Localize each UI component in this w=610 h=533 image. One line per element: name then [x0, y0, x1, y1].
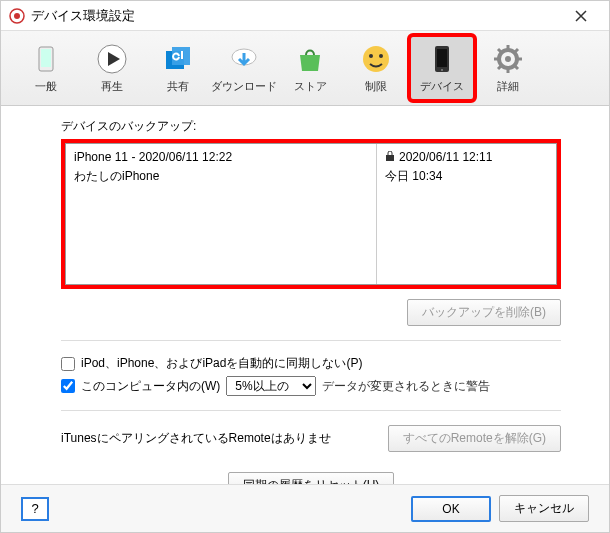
tab-devices[interactable]: デバイス [409, 35, 475, 101]
svg-line-23 [498, 65, 502, 69]
separator [61, 340, 561, 341]
svg-rect-3 [41, 49, 51, 67]
gear-icon [492, 43, 524, 75]
warn-checkbox[interactable] [61, 379, 75, 393]
svg-rect-24 [386, 155, 394, 161]
ok-button[interactable]: OK [411, 496, 491, 522]
tab-sharing[interactable]: 共有 [145, 35, 211, 101]
remote-status-text: iTunesにペアリングされているRemoteはありませ [61, 430, 331, 447]
svg-point-9 [369, 54, 373, 58]
tab-playback[interactable]: 再生 [79, 35, 145, 101]
svg-point-8 [363, 46, 389, 72]
backups-label: デバイスのバックアップ: [61, 118, 561, 135]
close-button[interactable] [561, 2, 601, 30]
warn-suffix: データが変更されるときに警告 [322, 378, 490, 395]
tab-downloads[interactable]: ダウンロード [211, 35, 277, 101]
store-icon [294, 43, 326, 75]
svg-line-22 [514, 49, 518, 53]
itunes-icon [9, 8, 25, 24]
tab-general[interactable]: 一般 [13, 35, 79, 101]
no-auto-sync-label: iPod、iPhone、およびiPadを自動的に同期しない(P) [81, 355, 362, 372]
restrictions-icon [360, 43, 392, 75]
lock-icon [385, 150, 395, 164]
delete-backup-button[interactable]: バックアップを削除(B) [407, 299, 561, 326]
tab-restrictions[interactable]: 制限 [343, 35, 409, 101]
backup-date[interactable]: 今日 10:34 [385, 166, 548, 187]
svg-point-15 [505, 56, 511, 62]
warn-prefix: このコンピュータ内の(W) [81, 378, 220, 395]
backup-date[interactable]: 2020/06/11 12:11 [385, 148, 548, 166]
backup-name[interactable]: わたしのiPhone [74, 166, 368, 187]
svg-rect-12 [437, 49, 447, 67]
prefs-toolbar: 一般 再生 共有 ダウンロード ストア 制限 デバイス 詳細 [1, 31, 609, 106]
backups-list[interactable]: iPhone 11 - 2020/06/11 12:22 わたしのiPhone … [61, 139, 561, 289]
general-icon [30, 43, 62, 75]
no-auto-sync-checkbox[interactable] [61, 357, 75, 371]
window-title: デバイス環境設定 [31, 7, 561, 25]
download-icon [228, 43, 260, 75]
svg-point-10 [379, 54, 383, 58]
percent-select[interactable]: 5%以上の [226, 376, 316, 396]
play-icon [96, 43, 128, 75]
cancel-button[interactable]: キャンセル [499, 495, 589, 522]
svg-line-20 [498, 49, 502, 53]
tab-store[interactable]: ストア [277, 35, 343, 101]
backup-name[interactable]: iPhone 11 - 2020/06/11 12:22 [74, 148, 368, 166]
separator [61, 410, 561, 411]
help-button[interactable]: ? [21, 497, 49, 521]
sharing-icon [162, 43, 194, 75]
svg-line-21 [514, 65, 518, 69]
remove-remotes-button[interactable]: すべてのRemoteを解除(G) [388, 425, 561, 452]
svg-point-1 [14, 13, 20, 19]
device-icon [426, 43, 458, 75]
tab-advanced[interactable]: 詳細 [475, 35, 541, 101]
svg-point-13 [441, 69, 443, 71]
